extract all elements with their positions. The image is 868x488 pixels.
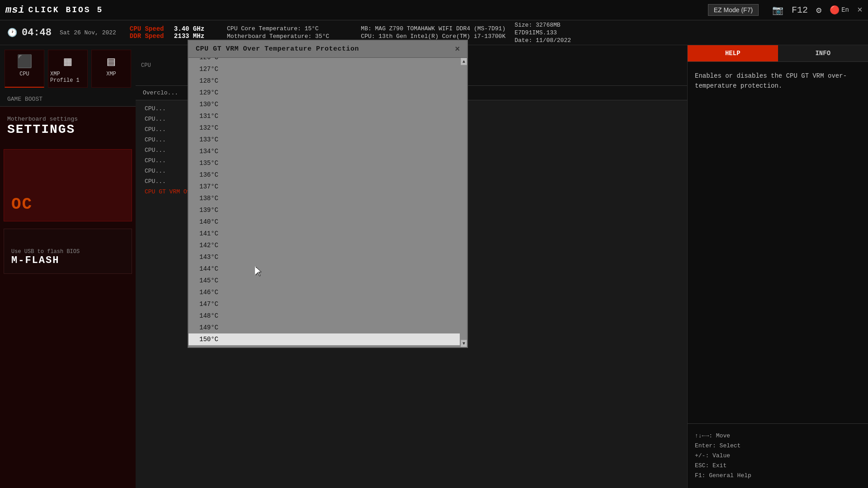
bios-version: E7D91IMS.133 xyxy=(514,29,571,36)
game-boost-label: GAME BOOST xyxy=(0,92,136,107)
dialog-list-item[interactable]: 126°C xyxy=(189,58,460,63)
dialog-list-item[interactable]: 133°C xyxy=(189,134,460,145)
xmp2-icon: ▤ xyxy=(108,54,115,69)
dialog-list-item[interactable]: 142°C xyxy=(189,239,460,251)
xmp-label: XMP Profile 1 xyxy=(50,71,85,84)
dialog-list-item[interactable]: 145°C xyxy=(189,275,460,286)
footer-value: +/-: Value xyxy=(695,451,861,461)
help-content: Enables or disables the CPU GT VRM over-… xyxy=(688,62,868,252)
dialog-list-item[interactable]: 148°C xyxy=(189,310,460,322)
dialog-list-item[interactable]: 144°C xyxy=(189,263,460,275)
oc-label: OC xyxy=(11,195,33,214)
settings-subtitle: Motherboard settings xyxy=(7,116,128,122)
cpu-speed-label: CPU Speed xyxy=(130,25,170,33)
dialog-list[interactable]: 123°C124°C125°C126°C127°C128°C129°C130°C… xyxy=(189,58,467,347)
mb-temp: Motherboard Temperature: 35°C xyxy=(227,33,329,40)
bios-info-block: Size: 32768MB E7D91IMS.133 Date: 11/08/2… xyxy=(514,22,571,44)
msi-logo: msi xyxy=(5,5,25,16)
clock-icon: 🕐 xyxy=(7,28,17,38)
dialog-list-item[interactable]: 130°C xyxy=(189,99,460,110)
mflash-block[interactable]: Use USB to flash BIOS M-FLASH xyxy=(4,229,132,274)
scrollbar-up-button[interactable]: ▲ xyxy=(461,58,467,65)
help-info-tabs: HELP INFO xyxy=(688,45,868,62)
settings-main-title: SETTINGS xyxy=(7,122,128,136)
dialog: CPU GT VRM Over Temperature Protection ×… xyxy=(188,40,468,348)
dialog-list-wrapper: 123°C124°C125°C126°C127°C128°C129°C130°C… xyxy=(189,58,467,347)
dialog-list-item[interactable]: 139°C xyxy=(189,204,460,216)
xmp2-button[interactable]: ▤ XMP xyxy=(91,50,131,88)
dialog-list-item[interactable]: 129°C xyxy=(189,87,460,99)
dialog-list-item[interactable]: 135°C xyxy=(189,157,460,169)
cpu-shortcut: CPU xyxy=(141,62,151,69)
f12-label: F12 xyxy=(792,5,808,15)
footer-f1: F1: General Help xyxy=(695,471,861,481)
dialog-list-item[interactable]: 140°C xyxy=(189,216,460,228)
camera-icon[interactable]: 📷 xyxy=(772,5,783,16)
help-tab[interactable]: HELP xyxy=(688,45,778,61)
mflash-title: M-FLASH xyxy=(11,255,124,266)
language-label: En xyxy=(841,6,849,14)
right-panel-footer: ↑↓←→: Move Enter: Select +/-: Value ESC:… xyxy=(688,423,868,488)
oc-nav-label: Overclo... xyxy=(143,89,178,96)
scrollbar-down-button[interactable]: ▼ xyxy=(461,340,467,347)
bios-size: Size: 32768MB xyxy=(514,22,571,28)
clock-date: Sat 26 Nov, 2022 xyxy=(60,29,116,36)
ddr-speed-value: 2133 MHz xyxy=(174,33,204,40)
footer-enter: Enter: Select xyxy=(695,441,861,451)
ddr-speed-label: DDR Speed xyxy=(130,33,170,40)
right-panel: HELP INFO Enables or disables the CPU GT… xyxy=(687,45,868,488)
mb-model: MB: MAG Z790 TOMAHAWK WIFI DDR4 (MS-7D91… xyxy=(361,25,505,32)
footer-move: ↑↓←→: Move xyxy=(695,431,861,441)
mflash-sub: Use USB to flash BIOS xyxy=(11,249,124,255)
dialog-list-item[interactable]: 137°C xyxy=(189,181,460,192)
sys-info-block: MB: MAG Z790 TOMAHAWK WIFI DDR4 (MS-7D91… xyxy=(361,25,505,40)
temp-block: CPU Core Temperature: 15°C Motherboard T… xyxy=(227,25,329,40)
language-icon: 🔴 xyxy=(830,5,840,15)
xmp2-label: XMP xyxy=(106,71,116,77)
info-tab[interactable]: INFO xyxy=(778,45,868,61)
cpu-model: CPU: 13th Gen Intel(R) Core(TM) i7-13700… xyxy=(361,33,505,40)
settings-icon[interactable]: ⚙ xyxy=(816,5,821,16)
dialog-list-item[interactable]: 147°C xyxy=(189,298,460,310)
dialog-title-bar: CPU GT VRM Over Temperature Protection × xyxy=(189,41,467,58)
language-selector[interactable]: 🔴 En xyxy=(830,5,849,15)
oc-block[interactable]: OC xyxy=(4,149,132,221)
dialog-list-item[interactable]: 132°C xyxy=(189,122,460,134)
click-bios-title: CLICK BIOS 5 xyxy=(28,5,104,14)
top-bar-right: 📷 F12 ⚙ 🔴 En × xyxy=(772,5,863,16)
dialog-list-item[interactable]: 131°C xyxy=(189,110,460,122)
cpu-speed-value: 3.40 GHz xyxy=(174,25,204,33)
dialog-title: CPU GT VRM Over Temperature Protection xyxy=(196,45,359,53)
bios-date: Date: 11/08/2022 xyxy=(514,37,571,44)
xmp-icon: ▦ xyxy=(64,54,72,69)
clock-block: 🕐 04:48 Sat 26 Nov, 2022 xyxy=(7,27,116,38)
cpu-button[interactable]: ⬛ CPU xyxy=(5,50,44,88)
dialog-list-item[interactable]: 127°C xyxy=(189,63,460,75)
motherboard-settings: Motherboard settings SETTINGS xyxy=(0,107,136,145)
xmp-button[interactable]: ▦ XMP Profile 1 xyxy=(48,50,88,88)
dialog-list-item[interactable]: 136°C xyxy=(189,169,460,181)
dialog-list-item[interactable]: 138°C xyxy=(189,192,460,204)
ez-mode-button[interactable]: EZ Mode (F7) xyxy=(708,4,759,16)
dialog-list-item[interactable]: 143°C xyxy=(189,251,460,263)
clock-time: 04:48 xyxy=(22,27,52,38)
cpu-label: CPU xyxy=(19,71,29,77)
close-button[interactable]: × xyxy=(857,5,863,15)
speed-block: CPU Speed 3.40 GHz DDR Speed 2133 MHz xyxy=(130,25,204,40)
dialog-list-item[interactable]: 149°C xyxy=(189,322,460,333)
left-sidebar: ⬛ CPU ▦ XMP Profile 1 ▤ XMP GAME BOOST M… xyxy=(0,45,136,488)
footer-esc: ESC: Exit xyxy=(695,461,861,471)
dialog-list-item[interactable]: 150°C xyxy=(189,333,460,345)
sidebar-top: ⬛ CPU ▦ XMP Profile 1 ▤ XMP xyxy=(0,45,136,92)
top-bar: msi CLICK BIOS 5 EZ Mode (F7) 📷 F12 ⚙ 🔴 … xyxy=(0,0,868,20)
dialog-list-item[interactable]: 128°C xyxy=(189,75,460,87)
dialog-list-item[interactable]: 146°C xyxy=(189,286,460,298)
dialog-close-button[interactable]: × xyxy=(455,44,460,54)
dialog-list-item[interactable]: 141°C xyxy=(189,228,460,239)
cpu-icon: ⬛ xyxy=(17,54,33,69)
cpu-temp: CPU Core Temperature: 15°C xyxy=(227,25,319,32)
dialog-list-item[interactable]: 134°C xyxy=(189,145,460,157)
